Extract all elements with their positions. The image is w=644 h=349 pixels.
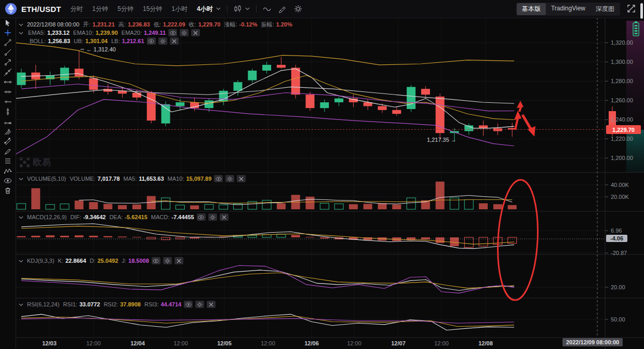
- horizontal-line-icon[interactable]: [0, 77, 16, 87]
- eye-icon[interactable]: [214, 175, 223, 182]
- volume-bar: [493, 204, 502, 209]
- measure-icon[interactable]: [0, 116, 16, 126]
- timeframe-tab-15分钟[interactable]: 15分钟: [143, 5, 162, 14]
- macd-histogram-bar: [364, 237, 372, 240]
- drawn-arrows-annotation[interactable]: [514, 101, 535, 137]
- kdj-axis-label: 20.00: [611, 284, 625, 290]
- low-price-annotation[interactable]: 1,217.35 →: [427, 137, 457, 143]
- collapse-chevron-icon[interactable]: [19, 216, 23, 219]
- eye-icon[interactable]: [184, 301, 193, 308]
- indicator-line: [21, 224, 514, 249]
- cursor-icon[interactable]: [0, 18, 16, 28]
- volume-bar: [450, 198, 459, 209]
- trend-line-icon[interactable]: [0, 37, 16, 47]
- volume-bar: [248, 202, 257, 209]
- rsi-header: RSI(6,12,24)RSI1:33.0772RSI2:37.8908RSI3…: [19, 301, 216, 308]
- close-icon[interactable]: [175, 257, 183, 264]
- timeframe-tab-1分钟[interactable]: 1分钟: [92, 5, 109, 14]
- collapse-chevron-icon[interactable]: [19, 303, 23, 306]
- gear-icon[interactable]: [158, 37, 167, 45]
- candle-body: [508, 128, 517, 130]
- candle-style-chevron-down-icon[interactable]: [245, 7, 250, 10]
- view-tab-深度图[interactable]: 深度图: [591, 3, 620, 15]
- line-chart-icon[interactable]: [263, 6, 271, 11]
- time-axis-label: 12/04: [130, 340, 145, 346]
- collapse-chevron-icon[interactable]: [19, 31, 23, 35]
- timeframe-tab-1小时[interactable]: 1小时: [171, 5, 187, 14]
- high-price-annotation[interactable]: ← 1,312.40: [86, 46, 116, 52]
- ray-line-icon[interactable]: [0, 47, 16, 57]
- interval-chevron-down-icon[interactable]: [216, 7, 221, 10]
- field-label: MA5:: [124, 176, 137, 182]
- macd-histogram-bar: [349, 237, 358, 240]
- gear-icon[interactable]: [208, 213, 217, 221]
- price-line-icon[interactable]: [0, 97, 16, 106]
- time-axis-label: 12/07: [391, 340, 406, 346]
- gear-icon[interactable]: [225, 175, 234, 182]
- view-tab-基本版[interactable]: 基本版: [517, 3, 546, 15]
- macd-histogram-bar: [334, 237, 343, 239]
- field-label: 开:: [83, 21, 90, 29]
- collapse-chevron-icon[interactable]: [19, 177, 23, 181]
- fullscreen-expand-icon[interactable]: [627, 4, 636, 15]
- pattern-icon[interactable]: [0, 166, 16, 176]
- field-label: 振幅:: [261, 21, 274, 29]
- current-price-badge: 1,229.70: [606, 125, 641, 134]
- extended-line-icon[interactable]: [0, 67, 16, 77]
- scrollbar-thumb[interactable]: [640, 3, 643, 19]
- volume-axis-label: 20.00K: [611, 194, 629, 200]
- close-icon[interactable]: [170, 37, 179, 45]
- field-value: -9.34642: [83, 214, 105, 220]
- draw-tool-icon[interactable]: [278, 5, 287, 13]
- eye-icon[interactable]: [197, 213, 206, 221]
- field-value: 37.8908: [120, 301, 141, 307]
- pitchfork-icon[interactable]: [0, 126, 16, 136]
- volume-bar: [60, 204, 69, 209]
- eye-icon[interactable]: [0, 176, 16, 185]
- volume-bar: [89, 202, 98, 209]
- macd-histogram-bar: [219, 236, 228, 237]
- fib-lines-icon[interactable]: [0, 156, 16, 166]
- collapse-chevron-icon[interactable]: [19, 259, 23, 263]
- candle-body: [334, 99, 343, 102]
- crosshair-icon[interactable]: [0, 28, 16, 37]
- chart-settings-gear-icon[interactable]: [294, 5, 302, 13]
- vertical-line-icon[interactable]: [0, 106, 16, 116]
- candle-body: [190, 102, 199, 108]
- candle-style-icon[interactable]: [234, 5, 242, 13]
- collapse-chevron-icon[interactable]: [19, 23, 23, 26]
- arrow-line-icon[interactable]: [0, 57, 16, 67]
- field-label: BOLL:: [30, 38, 46, 44]
- parallel-channel-icon[interactable]: [0, 136, 16, 146]
- gear-icon[interactable]: [163, 257, 172, 264]
- close-icon[interactable]: [237, 175, 246, 182]
- timeframe-tab-4小时[interactable]: 4小时: [197, 5, 213, 14]
- eye-icon[interactable]: [147, 37, 156, 45]
- drawn-ellipse-annotation[interactable]: [495, 179, 541, 301]
- horizontal-ray-icon[interactable]: [0, 87, 16, 97]
- volume-bar: [262, 200, 271, 209]
- field-value: 1,249.11: [144, 30, 166, 36]
- timeframe-tab-分时[interactable]: 分时: [71, 5, 83, 14]
- candle-body: [17, 73, 26, 85]
- eye-icon[interactable]: [168, 29, 177, 36]
- timeframe-tab-5分钟[interactable]: 5分钟: [117, 5, 133, 14]
- close-icon[interactable]: [220, 213, 229, 221]
- brush-icon[interactable]: [0, 146, 16, 156]
- candle-body: [378, 106, 387, 110]
- volume-bar: [508, 205, 517, 209]
- close-icon[interactable]: [207, 301, 216, 308]
- field-value: 7,017.78: [98, 176, 120, 182]
- trash-icon[interactable]: [0, 185, 16, 195]
- gear-icon[interactable]: [180, 29, 189, 36]
- gear-icon[interactable]: [195, 301, 204, 308]
- eye-icon[interactable]: [152, 257, 160, 264]
- price-axis-label: 1,260.00: [611, 97, 633, 103]
- price-axis-label: 1,280.00: [611, 78, 633, 84]
- close-icon[interactable]: [191, 29, 200, 36]
- view-tab-TradingView[interactable]: TradingView: [546, 3, 591, 15]
- field-label: RSI3:: [144, 301, 159, 307]
- indicator-line: [151, 199, 512, 203]
- volume-bar: [364, 204, 372, 209]
- field-value: -5.62415: [125, 214, 147, 220]
